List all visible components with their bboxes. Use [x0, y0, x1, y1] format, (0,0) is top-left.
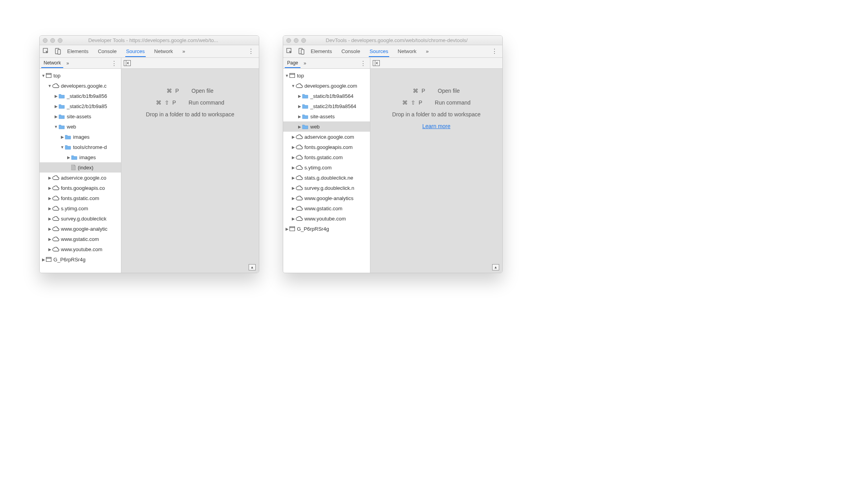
tab-elements[interactable]: Elements	[66, 46, 89, 57]
expand-arrow-icon[interactable]: ▶	[297, 94, 302, 98]
close-dot[interactable]	[286, 38, 291, 43]
expand-arrow-icon[interactable]: ▶	[41, 257, 46, 262]
tree-node[interactable]: ▶G_P6rpRSr4g	[283, 224, 370, 234]
close-dot[interactable]	[43, 38, 48, 43]
tree-node[interactable]: ▶_static2/b1fb9a8564	[283, 101, 370, 111]
tree-node[interactable]: ▶_static/b1fb9a856	[40, 91, 121, 101]
tab-sources[interactable]: Sources	[125, 46, 146, 57]
expand-arrow-icon[interactable]: ▶	[48, 186, 52, 190]
expand-arrow-icon[interactable]: ▶	[291, 145, 295, 149]
sidebar-kebab-icon[interactable]: ⋮	[358, 60, 368, 67]
expand-arrow-icon[interactable]: ▼	[285, 73, 289, 78]
tree-node[interactable]: ▶site-assets	[40, 111, 121, 121]
expand-arrow-icon[interactable]: ▶	[285, 227, 289, 231]
expand-arrow-icon[interactable]: ▶	[48, 237, 52, 241]
sidebar-kebab-icon[interactable]: ⋮	[109, 60, 119, 67]
expand-arrow-icon[interactable]: ▶	[291, 217, 295, 221]
tree-node[interactable]: ▼web	[40, 121, 121, 132]
tree-node[interactable]: ▼top	[40, 70, 121, 81]
tree-node[interactable]: ▶s.ytimg.com	[283, 162, 370, 173]
drawer-toggle-icon[interactable]: ▲	[249, 264, 256, 270]
tree-node[interactable]: ▶www.youtube.com	[40, 244, 121, 254]
expand-arrow-icon[interactable]: ▶	[297, 125, 302, 129]
tab-network[interactable]: Network	[154, 46, 174, 57]
tree-node[interactable]: ▶site-assets	[283, 111, 370, 121]
learn-more-link[interactable]: Learn more	[422, 123, 450, 129]
tab-elements[interactable]: Elements	[310, 46, 333, 57]
drawer-toggle-icon[interactable]: ▲	[492, 264, 499, 270]
expand-arrow-icon[interactable]: ▶	[291, 186, 295, 190]
expand-arrow-icon[interactable]: ▶	[291, 196, 295, 200]
expand-arrow-icon[interactable]: ▶	[54, 104, 58, 108]
expand-arrow-icon[interactable]: ▶	[291, 135, 295, 139]
zoom-dot[interactable]	[58, 38, 62, 43]
expand-arrow-icon[interactable]: ▶	[48, 247, 52, 252]
tab-more[interactable]: »	[425, 46, 429, 57]
collapse-sidebar-icon[interactable]	[124, 60, 131, 66]
tree-node[interactable]: ▶images	[40, 152, 121, 162]
file-tree[interactable]: ▼top▼developers.google.c▶_static/b1fb9a8…	[40, 69, 121, 273]
tab-network[interactable]: Network	[397, 46, 418, 57]
expand-arrow-icon[interactable]: ▶	[48, 176, 52, 180]
expand-arrow-icon[interactable]: ▼	[54, 125, 58, 129]
expand-arrow-icon[interactable]: ▶	[48, 206, 52, 211]
kebab-icon[interactable]: ⋮	[490, 48, 499, 55]
expand-arrow-icon[interactable]: ▶	[297, 114, 302, 119]
minimize-dot[interactable]	[294, 38, 298, 43]
device-icon[interactable]	[298, 48, 304, 55]
expand-arrow-icon[interactable]: ▶	[48, 227, 52, 231]
tree-node[interactable]: ▶www.youtube.com	[283, 213, 370, 224]
tree-node[interactable]: ▶fonts.gstatic.com	[283, 152, 370, 162]
inspect-icon[interactable]	[286, 48, 293, 55]
tree-node[interactable]: ▶web	[283, 121, 370, 132]
tab-sources[interactable]: Sources	[369, 46, 389, 57]
tree-node[interactable]: ▶fonts.googleapis.com	[283, 142, 370, 152]
tab-more[interactable]: »	[181, 46, 186, 57]
tree-node[interactable]: ▶stats.g.doubleclick.ne	[283, 173, 370, 183]
tab-console[interactable]: Console	[97, 46, 117, 57]
expand-arrow-icon[interactable]: ▼	[41, 73, 46, 78]
tree-node[interactable]: ▶s.ytimg.com	[40, 203, 121, 213]
tree-node[interactable]: ▼top	[283, 70, 370, 81]
expand-arrow-icon[interactable]: ▶	[48, 217, 52, 221]
expand-arrow-icon[interactable]: ▶	[291, 155, 295, 160]
file-tree[interactable]: ▼top▼developers.google.com▶_static/b1fb9…	[283, 69, 370, 273]
expand-arrow-icon[interactable]: ▶	[297, 104, 302, 108]
tree-node[interactable]: ▶www.google-analytic	[40, 224, 121, 234]
inspect-icon[interactable]	[43, 48, 49, 55]
sidebar-tab-network[interactable]: Network	[41, 59, 63, 68]
tree-node[interactable]: ▶www.google-analytics	[283, 193, 370, 203]
expand-arrow-icon[interactable]: ▶	[48, 196, 52, 200]
tree-node[interactable]: ▶www.gstatic.com	[40, 234, 121, 244]
tree-node[interactable]: ▶fonts.gstatic.com	[40, 193, 121, 203]
tab-console[interactable]: Console	[341, 46, 361, 57]
tree-node[interactable]: ▶_static/b1fb9a8564	[283, 91, 370, 101]
tree-node[interactable]: ▶fonts.googleapis.co	[40, 183, 121, 193]
zoom-dot[interactable]	[301, 38, 306, 43]
tree-node[interactable]: ▶survey.g.doubleclick	[40, 213, 121, 224]
expand-arrow-icon[interactable]: ▶	[66, 155, 71, 160]
expand-arrow-icon[interactable]: ▶	[291, 206, 295, 211]
collapse-sidebar-icon[interactable]	[373, 60, 380, 66]
kebab-icon[interactable]: ⋮	[246, 48, 256, 55]
expand-arrow-icon[interactable]: ▶	[54, 94, 58, 98]
tree-node[interactable]: ▼tools/chrome-d	[40, 142, 121, 152]
sidebar-tab-more[interactable]: »	[304, 61, 306, 66]
tree-node[interactable]: ▶www.gstatic.com	[283, 203, 370, 213]
expand-arrow-icon[interactable]: ▶	[54, 114, 58, 119]
tree-node[interactable]: ▶G_P6rpRSr4g	[40, 254, 121, 265]
tree-node[interactable]: ▶images	[40, 132, 121, 142]
expand-arrow-icon[interactable]: ▼	[291, 84, 295, 88]
tree-node[interactable]: ▶_static2/b1fb9a85	[40, 101, 121, 111]
tree-node[interactable]: ▼developers.google.c	[40, 81, 121, 91]
tree-node[interactable]: ▶survey.g.doubleclick.n	[283, 183, 370, 193]
expand-arrow-icon[interactable]: ▶	[291, 165, 295, 170]
device-icon[interactable]	[55, 48, 61, 55]
tree-node[interactable]: (index)	[40, 162, 121, 173]
sidebar-tab-page[interactable]: Page	[285, 59, 300, 68]
minimize-dot[interactable]	[50, 38, 55, 43]
tree-node[interactable]: ▼developers.google.com	[283, 81, 370, 91]
expand-arrow-icon[interactable]: ▶	[60, 135, 64, 139]
tree-node[interactable]: ▶adservice.google.com	[283, 132, 370, 142]
expand-arrow-icon[interactable]: ▶	[291, 176, 295, 180]
